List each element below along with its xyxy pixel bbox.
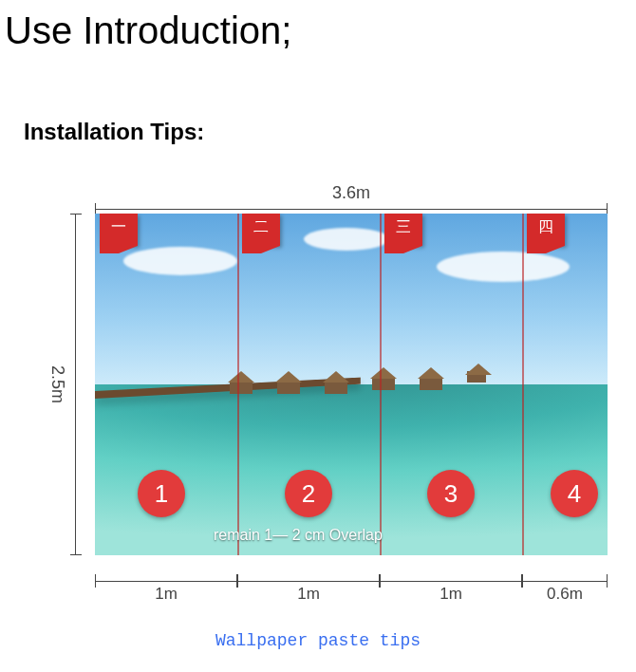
panel-width-label-4: 0.6m	[522, 585, 608, 604]
page-title: Use Introduction;	[5, 9, 636, 52]
panel-divider	[380, 214, 382, 555]
panel-tab-4: 四	[527, 214, 565, 246]
panel-number-2: 2	[285, 470, 332, 517]
image-caption: Wallpaper paste tips	[0, 631, 636, 650]
panel-divider	[237, 214, 239, 555]
panel-width-label-3: 1m	[380, 585, 522, 604]
panel-number-1: 1	[138, 470, 185, 517]
panel-tab-1: 一	[100, 214, 138, 246]
panel-number-4: 4	[551, 470, 598, 517]
panel-tab-3: 三	[384, 214, 422, 246]
panel-divider	[522, 214, 524, 555]
panel-width-label-2: 1m	[237, 585, 380, 604]
section-title: Installation Tips:	[24, 119, 636, 145]
panel-width-label-1: 1m	[95, 585, 237, 604]
overlap-note: remain 1— 2 cm Overlap	[214, 527, 383, 544]
total-width-bracket: 3.6m	[95, 185, 608, 214]
panel-width-brackets: 1m 1m 1m 0.6m	[95, 560, 608, 598]
total-width-label: 3.6m	[95, 183, 608, 203]
panel-number-3: 3	[427, 470, 475, 517]
total-height-bracket: 2.5m	[24, 214, 90, 555]
panel-tab-2: 二	[242, 214, 280, 246]
installation-diagram: 3.6m 2.5m 一 二 三 四 1 2 3 4 remain 1— 2 cm…	[24, 185, 612, 612]
total-height-label: 2.5m	[47, 365, 67, 403]
